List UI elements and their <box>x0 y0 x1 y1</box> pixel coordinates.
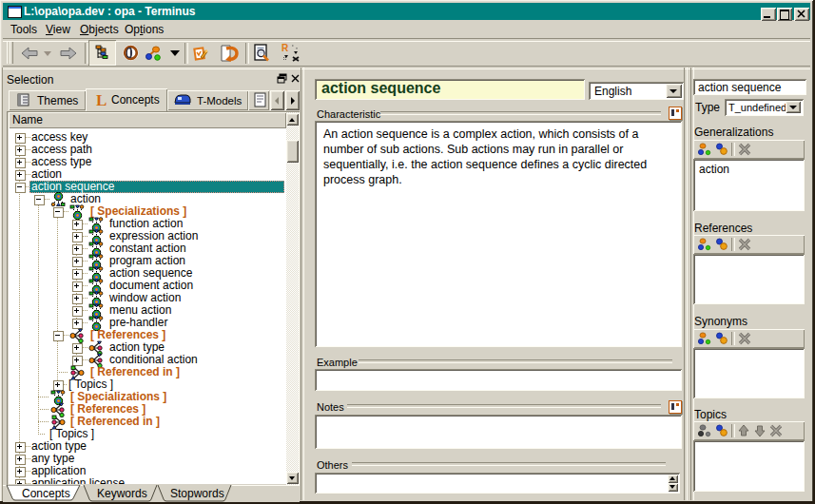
svg-text:R: R <box>281 43 289 53</box>
svg-text:Concepts: Concepts <box>22 487 70 500</box>
svg-text:Keywords: Keywords <box>97 487 147 500</box>
svg-text:Stopwords: Stopwords <box>170 487 224 500</box>
